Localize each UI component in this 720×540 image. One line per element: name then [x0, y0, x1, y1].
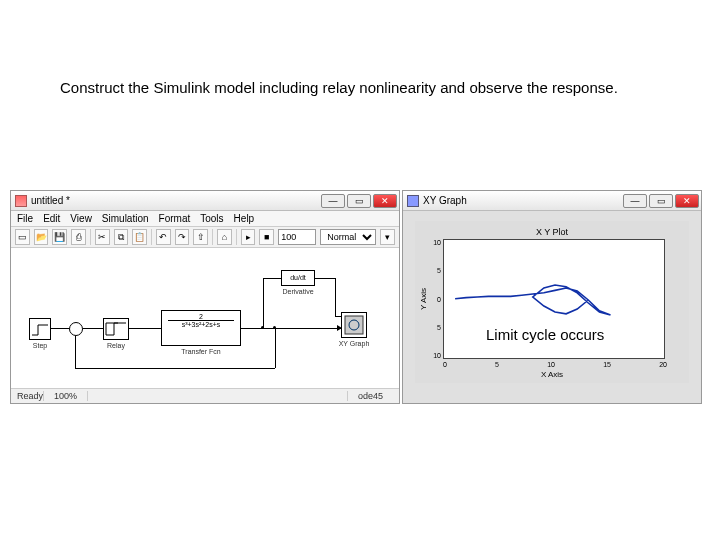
up-icon[interactable]: ⇧ [193, 229, 208, 245]
undo-icon[interactable]: ↶ [156, 229, 171, 245]
wire [75, 336, 76, 368]
dropdown-icon[interactable]: ▾ [380, 229, 395, 245]
browser-icon[interactable]: ⌂ [217, 229, 232, 245]
print-icon[interactable]: ⎙ [71, 229, 86, 245]
cut-icon[interactable]: ✂ [95, 229, 110, 245]
xygraph-block[interactable] [341, 312, 367, 338]
simulink-window: untitled * — ▭ ✕ File Edit View Simulati… [10, 190, 400, 404]
x-axis-label: X Axis [419, 370, 685, 379]
step-label: Step [25, 342, 55, 349]
transfer-fcn-label: Transfer Fcn [169, 348, 233, 355]
simulink-title: untitled * [31, 195, 70, 206]
wire [51, 328, 69, 329]
menu-tools[interactable]: Tools [200, 213, 223, 224]
wire [335, 316, 341, 317]
status-ready: Ready [17, 391, 43, 401]
wire [241, 328, 341, 329]
menu-format[interactable]: Format [159, 213, 191, 224]
status-solver: ode45 [347, 391, 393, 401]
limit-cycle-annotation: Limit cycle occurs [486, 326, 604, 343]
stop-time-input[interactable] [278, 229, 316, 245]
paste-icon[interactable]: 📋 [132, 229, 147, 245]
plot-title: X Y Plot [419, 227, 685, 237]
xy-minimize-button[interactable]: — [623, 194, 647, 208]
open-icon[interactable]: 📂 [34, 229, 49, 245]
statusbar: Ready 100% ode45 [11, 388, 399, 403]
xygraph-window: XY Graph — ▭ ✕ X Y Plot Y Axis 10 5 0 5 … [402, 190, 702, 404]
model-canvas[interactable]: Step Relay 2 s³+3s²+2s+s Transfer Fcn du… [11, 248, 399, 388]
menu-simulation[interactable]: Simulation [102, 213, 149, 224]
x-ticks: 0 5 10 15 20 [443, 361, 667, 368]
stop-icon[interactable]: ■ [259, 229, 274, 245]
xygraph-titlebar[interactable]: XY Graph — ▭ ✕ [403, 191, 701, 211]
mode-select[interactable]: Normal [320, 229, 376, 245]
wire [275, 328, 276, 368]
derivative-block[interactable]: du/dt [281, 270, 315, 286]
wire [315, 278, 335, 279]
new-icon[interactable]: ▭ [15, 229, 30, 245]
plot-area: X Y Plot Y Axis 10 5 0 5 10 Limit cycle … [415, 221, 689, 383]
wire [335, 278, 336, 316]
xygraph-app-icon [407, 195, 419, 207]
maximize-button[interactable]: ▭ [347, 194, 371, 208]
simulink-app-icon [15, 195, 27, 207]
minimize-button[interactable]: — [321, 194, 345, 208]
step-block[interactable] [29, 318, 51, 340]
menu-edit[interactable]: Edit [43, 213, 60, 224]
menu-view[interactable]: View [70, 213, 92, 224]
wire [83, 328, 103, 329]
play-icon[interactable]: ▸ [241, 229, 256, 245]
xy-close-button[interactable]: ✕ [675, 194, 699, 208]
wire [75, 368, 275, 369]
svg-rect-0 [345, 316, 363, 334]
menu-help[interactable]: Help [234, 213, 255, 224]
wire [263, 278, 281, 279]
xygraph-label: XY Graph [331, 340, 377, 347]
xy-maximize-button[interactable]: ▭ [649, 194, 673, 208]
toolbar: ▭ 📂 💾 ⎙ ✂ ⧉ 📋 ↶ ↷ ⇧ ⌂ ▸ ■ Normal ▾ [11, 227, 399, 248]
y-axis-label: Y Axis [419, 239, 429, 359]
instruction-text: Construct the Simulink model including r… [60, 78, 640, 98]
transfer-fcn-block[interactable]: 2 s³+3s²+2s+s [161, 310, 241, 346]
menu-file[interactable]: File [17, 213, 33, 224]
close-button[interactable]: ✕ [373, 194, 397, 208]
relay-block[interactable] [103, 318, 129, 340]
redo-icon[interactable]: ↷ [175, 229, 190, 245]
wire [263, 278, 264, 328]
relay-label: Relay [101, 342, 131, 349]
sum-block[interactable] [69, 322, 83, 336]
xygraph-title: XY Graph [423, 195, 467, 206]
wire [129, 328, 161, 329]
derivative-label: Derivative [277, 288, 319, 295]
copy-icon[interactable]: ⧉ [114, 229, 129, 245]
plot-box: Limit cycle occurs [443, 239, 665, 359]
save-icon[interactable]: 💾 [52, 229, 67, 245]
status-zoom: 100% [43, 391, 87, 401]
menubar: File Edit View Simulation Format Tools H… [11, 211, 399, 227]
arrow-icon [337, 325, 342, 331]
y-ticks: 10 5 0 5 10 [429, 239, 443, 359]
simulink-titlebar[interactable]: untitled * — ▭ ✕ [11, 191, 399, 211]
